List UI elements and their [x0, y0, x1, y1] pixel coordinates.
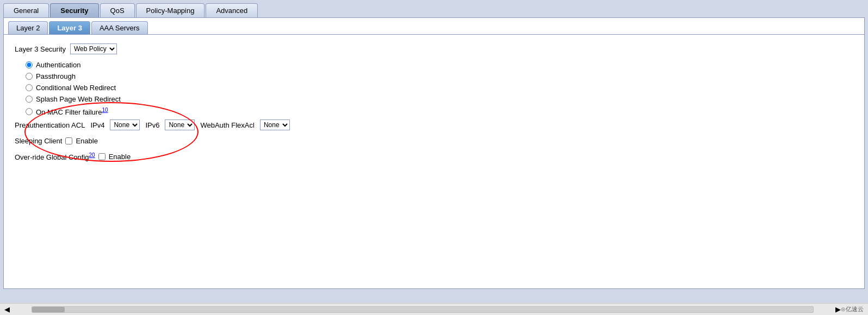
bottom-bar: ◀ ▶ ⊙亿速云	[0, 303, 868, 315]
radio-authentication[interactable]	[26, 61, 33, 68]
scroll-left-arrow[interactable]: ◀	[4, 305, 10, 313]
radio-authentication-row: Authentication	[15, 61, 853, 69]
ipv4-label: IPv4	[90, 121, 104, 129]
preauthentication-acl-row: Preauthentication ACL IPv4 None IPv6 Non…	[15, 119, 853, 130]
webauth-flexacl-select[interactable]: None	[260, 119, 290, 130]
tab-aaa-servers[interactable]: AAA Servers	[91, 21, 148, 34]
sleeping-client-enable-label: Enable	[76, 137, 97, 145]
form-area: Layer 3 Security None Web Policy IPsec A…	[4, 35, 864, 177]
radio-passthrough-label: Passthrough	[36, 72, 76, 80]
tab-layer2[interactable]: Layer 2	[8, 21, 48, 34]
content-area: Layer 2 Layer 3 AAA Servers Layer 3 Secu…	[3, 17, 865, 289]
layer3-security-row: Layer 3 Security None Web Policy IPsec	[15, 43, 853, 54]
tab-layer3[interactable]: Layer 3	[49, 21, 90, 34]
tab-policy-mapping[interactable]: Policy-Mapping	[136, 3, 205, 17]
footnote-20-link[interactable]: 20	[89, 152, 95, 158]
ipv4-select[interactable]: None	[110, 119, 140, 130]
radio-spwr-row: Splash Page Web Redirect	[15, 95, 853, 103]
layer3-security-select[interactable]: None Web Policy IPsec	[70, 43, 117, 54]
sleeping-client-label: Sleeping Client	[15, 137, 62, 145]
radio-mac-label: On MAC Filter failure10	[36, 106, 108, 116]
horizontal-scrollbar-thumb[interactable]	[32, 307, 65, 312]
tab-security[interactable]: Security	[50, 3, 98, 17]
radio-cwr-row: Conditional Web Redirect	[15, 84, 853, 92]
radio-spwr-label: Splash Page Web Redirect	[36, 95, 121, 103]
ipv6-label: IPv6	[145, 121, 159, 129]
override-label: Over-ride Global Config20	[15, 152, 95, 161]
override-enable-label: Enable	[109, 153, 131, 161]
tab-advanced[interactable]: Advanced	[206, 3, 258, 17]
radio-cwr-label: Conditional Web Redirect	[36, 84, 116, 92]
layer3-security-section: Layer 3 Security None Web Policy IPsec A…	[15, 43, 853, 116]
tab-general[interactable]: General	[3, 3, 49, 17]
override-global-config-checkbox[interactable]	[98, 153, 106, 160]
preauth-label: Preauthentication ACL	[15, 121, 85, 129]
webauth-label: WebAuth FlexAcl	[200, 121, 254, 129]
radio-mac-filter-failure[interactable]	[26, 108, 33, 115]
top-tab-bar: General Security QoS Policy-Mapping Adva…	[0, 0, 868, 17]
radio-splash-page-web-redirect[interactable]	[26, 96, 33, 103]
radio-authentication-label: Authentication	[36, 61, 80, 69]
radio-conditional-web-redirect[interactable]	[26, 84, 33, 91]
horizontal-scrollbar-track[interactable]	[32, 306, 814, 313]
scroll-right-arrow[interactable]: ▶	[835, 305, 841, 313]
radio-passthrough[interactable]	[26, 73, 33, 80]
override-global-config-row: Over-ride Global Config20 Enable	[15, 152, 853, 161]
layer3-security-label: Layer 3 Security	[15, 45, 66, 53]
radio-mac-row: On MAC Filter failure10	[15, 106, 853, 116]
sleeping-client-row: Sleeping Client Enable	[15, 137, 853, 145]
sub-tab-bar: Layer 2 Layer 3 AAA Servers	[4, 18, 864, 35]
ipv6-select[interactable]: None	[165, 119, 195, 130]
watermark: ⊙亿速云	[841, 305, 864, 313]
sleeping-client-checkbox[interactable]	[65, 137, 72, 144]
tab-qos[interactable]: QoS	[100, 3, 135, 17]
footnote-10-link[interactable]: 10	[102, 107, 108, 113]
radio-passthrough-row: Passthrough	[15, 72, 853, 80]
